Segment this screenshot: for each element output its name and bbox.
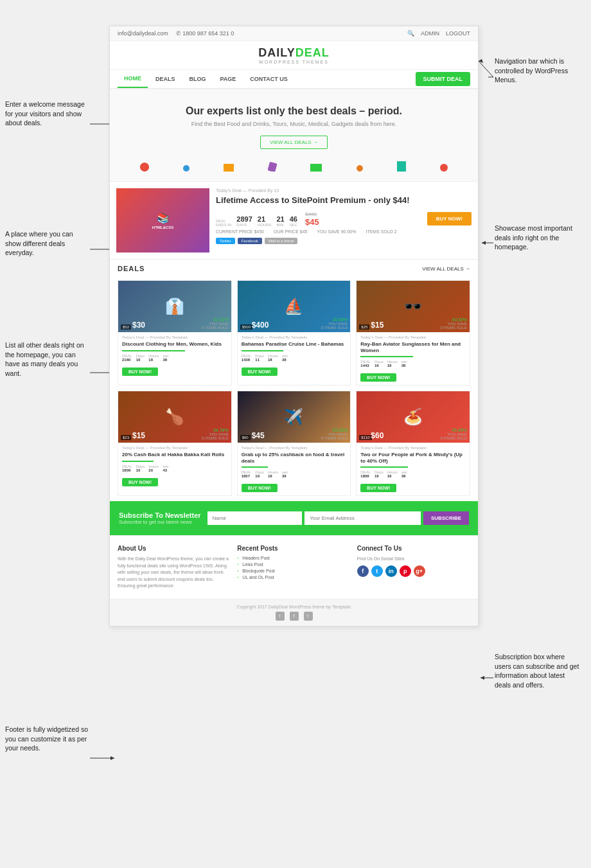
newsletter-subscribe-button[interactable]: SUBSCRIBE xyxy=(423,511,469,525)
admin-link[interactable]: ADMIN xyxy=(421,30,439,37)
deal-img-2: ⛵ $500 $400 20.00% YOU SAVE 0 ITEMS SOLD xyxy=(238,281,351,332)
you-save: YOU SAVE 90.00% xyxy=(317,229,356,234)
deal-img-1: 👔 $52 $30 42.31% YOU SAVE 0 ITEMS SOLD xyxy=(118,281,231,332)
deals-section-header: DEALS VIEW ALL DEALS → xyxy=(110,260,478,275)
nav-item-blog[interactable]: BLOG xyxy=(183,71,213,87)
footer-twitter-icon[interactable]: t xyxy=(276,612,285,621)
deal-save-3: 40.00% YOU SAVE 0 ITEMS SOLD xyxy=(441,317,467,330)
deco-1 xyxy=(139,161,150,172)
featured-deal: 📚 HTML&CSS Today's Deal — Provided By 13… xyxy=(110,182,478,260)
deco-6 xyxy=(356,164,364,172)
annotation-nav: Navigation bar which is controlled by Wo… xyxy=(495,57,581,85)
deal-badge-2: $500 xyxy=(240,324,252,330)
footer-about-title: About Us xyxy=(118,545,231,552)
footer-facebook-icon[interactable]: f xyxy=(290,612,299,621)
newsletter-form: SUBSCRIBE xyxy=(207,511,469,525)
footer-posts: Recent Posts Headers Post Links Post Blo… xyxy=(237,545,350,590)
svg-marker-14 xyxy=(110,756,114,760)
svg-marker-10 xyxy=(482,241,486,245)
svg-marker-1 xyxy=(479,59,483,63)
footer-rss-icon[interactable]: r xyxy=(304,612,313,621)
screenshot-main: info@dailydeal.com ✆ 1800 987 654 321 0 … xyxy=(109,26,479,626)
deal-img-3: 🕶️ $25 $15 40.00% YOU SAVE 0 ITEMS SOLD xyxy=(357,281,470,332)
deal-buy-1[interactable]: BUY NOW! xyxy=(122,368,158,376)
social-twitter[interactable]: t xyxy=(371,565,383,577)
top-bar-left: info@dailydeal.com ✆ 1800 987 654 321 0 xyxy=(118,30,234,37)
hero-headline: Our experts list only the best deals – p… xyxy=(123,105,465,117)
logo-text: DAILYDEAL xyxy=(258,46,329,60)
nav-menu: HOME DEALS BLOG PAGE CONTACT US SUBMIT D… xyxy=(110,70,478,89)
deals-title: DEALS xyxy=(118,265,145,272)
nav-item-deals[interactable]: DEALS xyxy=(149,71,182,87)
annotation-showcase: Showcase most important deals info right… xyxy=(495,224,581,252)
svg-line-0 xyxy=(479,61,493,77)
footer-connect-sub: Find Us On Social Sites xyxy=(357,556,470,563)
view-all-deals-link[interactable]: VIEW ALL DEALS → xyxy=(422,266,470,272)
stat-price: $460 $45 xyxy=(305,211,319,227)
deal-badge-3: $25 xyxy=(359,324,369,330)
email-label: info@dailydeal.com xyxy=(118,30,168,37)
deco-8 xyxy=(440,164,448,172)
footer-post-1[interactable]: Headers Post xyxy=(237,556,350,560)
footer-post-4[interactable]: UL and OL Post xyxy=(237,575,350,580)
nav-item-page[interactable]: PAGE xyxy=(214,71,243,87)
newsletter-name-input[interactable] xyxy=(207,511,303,525)
deal-badge-6: $110 xyxy=(359,435,371,440)
deal-badge-4: $23 xyxy=(121,435,131,440)
featured-deal-stats: DEAL ENDS IN 2897 DAYS 21 HOURS 21 xyxy=(216,211,423,227)
deal-card-5: ✈️ $60 $45 25.00% YOU SAVE 0 ITEMS SOLD … xyxy=(237,391,351,496)
deal-card-1: 👔 $52 $30 42.31% YOU SAVE 0 ITEMS SOLD T… xyxy=(118,280,232,385)
social-pinterest[interactable]: p xyxy=(400,565,411,577)
nav-item-home[interactable]: HOME xyxy=(118,70,148,88)
stat-hours: 21 HOURS xyxy=(258,215,272,227)
annotation-footer: Footer is fully widgetized so you can cu… xyxy=(5,725,89,753)
current-price: CURRENT PRICE $450 xyxy=(216,229,264,234)
deal-buy-5[interactable]: BUY NOW! xyxy=(242,484,278,492)
footer-bottom: Copyright 2017 DailyDeal WordPress theme… xyxy=(110,599,478,626)
social-linkedin[interactable]: in xyxy=(385,565,397,577)
logo-subtitle: WORDPRESS THEMES xyxy=(258,60,329,64)
share-email[interactable]: Mail to a friend xyxy=(265,238,297,244)
share-twitter[interactable]: Twitter xyxy=(216,238,235,244)
deal-img-5: ✈️ $60 $45 25.00% YOU SAVE 0 ITEMS SOLD xyxy=(238,391,351,443)
newsletter-section: Subscribe To Newsletter Subscribe to get… xyxy=(110,501,478,535)
deal-save-4: 34.78% YOU SAVE 0 ITEMS SOLD xyxy=(202,428,228,440)
share-facebook[interactable]: Facebook xyxy=(238,238,262,244)
deal-name-3: Ray-Ban Aviator Sunglasses for Men and W… xyxy=(360,341,466,353)
deal-card-6: 🍝 $110 $60 45.45% YOU SAVE 0 ITEMS SOLD … xyxy=(356,391,470,496)
deal-buy-6[interactable]: BUY NOW! xyxy=(360,484,396,492)
newsletter-email-input[interactable] xyxy=(304,511,421,525)
deal-badge-1: $52 xyxy=(121,324,131,330)
deal-price-6: $60 xyxy=(371,431,384,440)
deco-5 xyxy=(310,164,322,172)
hero-cta-button[interactable]: VIEW ALL DEALS → xyxy=(260,136,328,149)
deal-card-4: 🍗 $23 $15 34.78% YOU SAVE 0 ITEMS SOLD T… xyxy=(118,391,232,496)
our-price: OUR PRICE $45 xyxy=(274,229,308,234)
submit-deal-button[interactable]: SUBMIT DEAL xyxy=(416,72,471,86)
deal-buy-3[interactable]: BUY NOW! xyxy=(360,373,396,382)
svg-marker-12 xyxy=(481,676,484,680)
footer-post-3[interactable]: Blockquote Post xyxy=(237,569,350,573)
social-facebook[interactable]: f xyxy=(357,565,369,577)
hero-subtext: Find the Best Food and Drinks, Tours, Mu… xyxy=(123,121,465,127)
search-icon[interactable]: 🔍 xyxy=(407,30,414,37)
deal-save-1: 42.31% YOU SAVE 0 ITEMS SOLD xyxy=(202,317,228,330)
deal-img-6: 🍝 $110 $60 45.45% YOU SAVE 0 ITEMS SOLD xyxy=(357,391,470,443)
site-logo: DAILYDEAL WORDPRESS THEMES xyxy=(258,46,329,64)
newsletter-subtitle: Subscribe to get our latest news xyxy=(119,519,201,525)
deal-card-2: ⛵ $500 $400 20.00% YOU SAVE 0 ITEMS SOLD… xyxy=(237,280,351,385)
social-googleplus[interactable]: g+ xyxy=(414,565,425,577)
deal-buy-4[interactable]: BUY NOW! xyxy=(122,478,158,486)
footer-post-2[interactable]: Links Post xyxy=(237,562,350,567)
annotation-list-deals: List all other deals right on the homepa… xyxy=(5,341,89,378)
items-sold: ITEMS SOLD 2 xyxy=(366,229,396,234)
deal-name-5: Grab up to 25% cashback on food & travel… xyxy=(242,452,347,464)
logout-link[interactable]: LOGOUT xyxy=(446,30,470,37)
deal-buy-2[interactable]: BUY NOW! xyxy=(242,368,278,376)
footer-connect-title: Connect To Us xyxy=(357,545,470,552)
nav-item-contact[interactable]: CONTACT US xyxy=(243,71,294,87)
featured-buy-button[interactable]: BUY NOW! xyxy=(427,212,472,226)
hero-decorations xyxy=(123,149,465,172)
social-icons: f t in p g+ xyxy=(357,565,470,577)
annotation-subscription: Subscription box where users can subscri… xyxy=(495,652,581,690)
